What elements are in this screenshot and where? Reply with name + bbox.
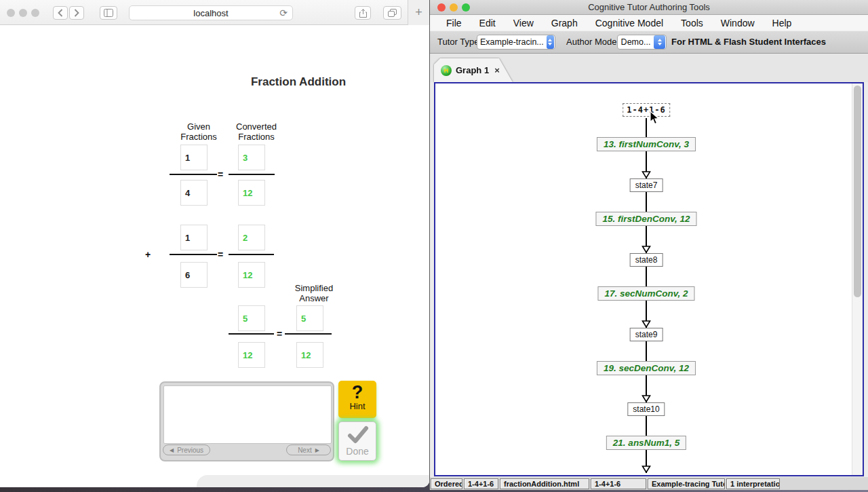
arrowhead-icon [642,171,651,178]
edge-label-secDenConv[interactable]: 19. secDenConv, 12 [597,361,696,375]
fraction-bar [285,333,332,335]
status-ordered: Ordered [431,478,462,489]
next-button[interactable]: Next ▶ [286,444,331,455]
given1-denominator-field[interactable]: 4 [180,180,208,206]
menu-file[interactable]: File [437,18,471,29]
fraction-bar [170,174,217,175]
forward-button[interactable] [69,6,84,20]
tab-graph-1[interactable]: H Graph 1 × [434,58,513,82]
zoom-window-icon[interactable] [31,9,39,17]
back-button[interactable] [53,6,68,20]
arrowhead-icon [642,466,651,473]
converted1-denominator-field[interactable]: 12 [238,180,265,206]
start-state-node[interactable]: 1-4+1-6 [623,103,670,117]
page-corner-shade [197,475,429,487]
arrowhead-icon [642,320,651,328]
converted2-denominator-field[interactable]: 12 [238,262,265,288]
browser-window: localhost ⟳ + Fraction Addition Given Fr… [0,0,429,487]
sidebar-button[interactable] [100,6,117,20]
answer-denominator-field[interactable]: 12 [238,342,265,368]
menu-edit[interactable]: Edit [471,18,505,29]
tab-overview-button[interactable] [383,6,401,20]
menu-window[interactable]: Window [712,18,764,29]
given2-denominator-field[interactable]: 6 [180,262,208,288]
question-mark-icon: ? [338,382,376,402]
fraction-bar [229,333,274,335]
author-mode-select[interactable]: Demo... [617,35,667,50]
plus-sign: + [145,249,151,260]
chevron-updown-icon [547,35,554,49]
ctat-title-bar: Cognitive Tutor Authoring Tools [430,0,868,15]
url-text: localhost [193,8,228,18]
close-window-icon[interactable] [437,3,446,12]
close-tab-icon[interactable]: × [494,65,500,75]
reload-icon[interactable]: ⟳ [279,7,288,18]
checkmark-icon [346,425,369,444]
fraction-bar [170,254,217,255]
sidebar-icon [104,9,113,17]
minimize-window-icon[interactable] [450,3,458,12]
previous-arrow-icon: ◀ [170,447,174,453]
ctat-toolbar: Tutor Type: Example-tracin... Author Mod… [430,31,868,54]
previous-label: Previous [177,447,203,454]
converted2-numerator-field[interactable]: 2 [238,225,265,250]
status-bar: Ordered 1-4+1-6 fractionAddition.html 1-… [430,477,868,490]
next-label: Next [298,447,312,454]
hint-button-label: Hint [338,401,376,411]
status-problem: 1-4+1-6 [464,478,498,489]
chevron-updown-icon [654,35,665,49]
state-node-state8[interactable]: state8 [630,253,663,267]
tab-label: Graph 1 [456,65,489,75]
menu-graph[interactable]: Graph [542,18,587,29]
answer-numerator-field[interactable]: 5 [238,305,265,331]
tutor-type-value: Example-tracin... [477,37,547,47]
next-arrow-icon: ▶ [315,447,319,453]
state-node-state10[interactable]: state10 [627,402,665,416]
done-button[interactable]: Done [338,421,376,461]
hint-button[interactable]: ? Hint [338,381,376,418]
given-fractions-header: Given Fractions [175,121,222,142]
new-tab-button[interactable]: + [408,0,429,25]
arrowhead-icon [642,246,651,253]
desktop: localhost ⟳ + Fraction Addition Given Fr… [0,0,868,492]
menu-bar: File Edit View Graph Cognitive Model Too… [430,15,868,31]
tutor-type-select[interactable]: Example-tracin... [477,35,555,50]
fraction-bar [229,254,274,255]
menu-tools[interactable]: Tools [672,18,712,29]
hint-message-panel: ◀ Previous Next ▶ [159,381,334,461]
equals-sign: = [218,249,223,260]
zoom-window-icon[interactable] [462,3,470,12]
tab-strip: H Graph 1 × [430,54,868,82]
converted-fractions-header: Converted Fractions [228,121,285,142]
edge-label-firstNumConv[interactable]: 13. firstNumConv, 3 [597,137,696,151]
back-icon [58,9,63,17]
state-node-state7[interactable]: state7 [630,178,663,192]
share-button[interactable] [355,6,371,20]
graph-scrollbar[interactable] [852,83,863,475]
given2-numerator-field[interactable]: 1 [180,225,208,250]
tabs-icon [388,9,397,17]
fraction-bar [229,174,275,175]
hint-text-area [163,385,332,444]
menu-view[interactable]: View [505,18,542,29]
close-window-icon[interactable] [7,9,15,17]
state-node-state9[interactable]: state9 [630,328,663,341]
converted1-numerator-field[interactable]: 3 [238,145,265,170]
edge-label-ansNum1[interactable]: 21. ansNum1, 5 [606,436,686,450]
forward-icon [74,9,79,17]
scrollbar-thumb[interactable] [854,86,861,297]
done-button-label: Done [339,446,376,457]
simplified-numerator-field[interactable]: 5 [296,305,323,331]
menu-cognitive-model[interactable]: Cognitive Model [587,18,672,29]
simplified-answer-header: Simplified Answer [287,283,341,303]
given1-numerator-field[interactable]: 1 [180,145,208,170]
previous-button[interactable]: ◀ Previous [163,444,210,455]
edge-label-secNumConv[interactable]: 17. secNumConv, 2 [597,286,694,301]
author-mode-label: Author Mode: [566,37,619,47]
minimize-window-icon[interactable] [19,9,27,17]
edge-label-firstDenConv[interactable]: 15. firstDenConv, 12 [595,212,696,226]
simplified-denominator-field[interactable]: 12 [296,342,323,368]
menu-help[interactable]: Help [764,18,801,29]
address-bar[interactable]: localhost ⟳ [129,5,293,20]
mouse-cursor-icon [650,111,660,125]
